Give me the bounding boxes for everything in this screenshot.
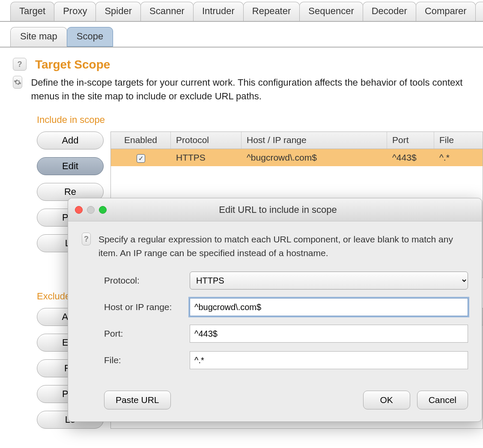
paste-url-button[interactable]: Paste URL [104,391,171,409]
subtab-sitemap[interactable]: Site map [10,27,67,47]
subtab-scope[interactable]: Scope [67,27,113,47]
port-label: Port: [104,329,190,339]
gear-icon[interactable] [13,76,22,89]
row-enabled-checkbox[interactable]: ✓ [137,154,145,163]
edit-url-dialog: Edit URL to include in scope ? Specify a… [68,198,482,422]
tab-comparer[interactable]: Comparer [416,2,476,21]
col-enabled[interactable]: Enabled [111,132,171,149]
top-tab-bar: Target Proxy Spider Scanner Intruder Rep… [0,0,483,22]
dialog-titlebar[interactable]: Edit URL to include in scope [68,198,482,221]
page-description: Define the in-scope targets for your cur… [31,76,483,103]
tab-decoder[interactable]: Decoder [363,2,416,21]
ok-button[interactable]: OK [363,391,410,409]
protocol-label: Protocol: [104,275,190,286]
include-section-label: Include in scope [37,114,483,125]
tab-repeater[interactable]: Repeater [243,2,300,21]
protocol-select[interactable]: HTTPS [190,272,468,290]
tab-extender-cut[interactable]: E [475,2,483,21]
row-file: ^.* [434,150,483,165]
dialog-help-icon[interactable]: ? [82,233,91,245]
dialog-description: Specify a regular expression to match ea… [98,233,468,260]
page-title: Target Scope [35,58,110,72]
tab-proxy[interactable]: Proxy [54,2,96,21]
dialog-title: Edit URL to include in scope [81,204,475,215]
file-input[interactable] [190,351,468,369]
col-port[interactable]: Port [387,132,434,149]
cancel-button[interactable]: Cancel [417,391,468,409]
row-protocol: HTTPS [171,150,242,165]
tab-target[interactable]: Target [10,2,54,21]
tab-scanner[interactable]: Scanner [140,2,194,21]
host-input[interactable] [190,298,468,316]
col-host[interactable]: Host / IP range [242,132,387,149]
tab-spider[interactable]: Spider [95,2,141,21]
col-protocol[interactable]: Protocol [171,132,242,149]
table-row[interactable]: ✓ HTTPS ^bugcrowd\.com$ ^443$ ^.* [111,149,483,166]
file-label: File: [104,355,190,365]
port-input[interactable] [190,325,468,343]
edit-button[interactable]: Edit [37,157,104,175]
row-host: ^bugcrowd\.com$ [242,150,387,165]
row-port: ^443$ [387,150,434,165]
col-file[interactable]: File [434,132,483,149]
host-label: Host or IP range: [104,302,190,312]
tab-sequencer[interactable]: Sequencer [299,2,363,21]
sub-tab-bar: Site map Scope [0,22,483,48]
add-button[interactable]: Add [37,131,104,149]
help-icon[interactable]: ? [13,58,27,71]
tab-intruder[interactable]: Intruder [193,2,244,21]
